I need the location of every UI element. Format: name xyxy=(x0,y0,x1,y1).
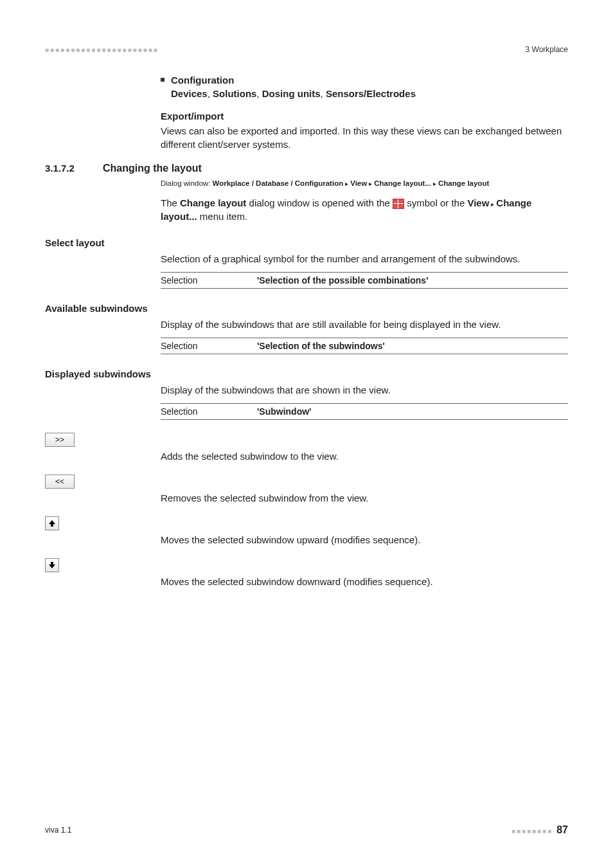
selection-label: Selection xyxy=(161,341,257,351)
selection-label: Selection xyxy=(161,406,257,417)
config-part-devices: Devices xyxy=(171,88,208,99)
selection-value: 'Subwindow' xyxy=(257,406,311,417)
add-row: >> Adds the selected subwindow to the vi… xyxy=(45,433,568,462)
config-bullet: Configuration Devices, Solutions, Dosing… xyxy=(161,73,568,100)
triangle-icon xyxy=(343,179,350,187)
move-up-button[interactable] xyxy=(45,516,59,530)
remove-button[interactable]: << xyxy=(45,475,75,489)
footer-left: viva 1.1 xyxy=(45,826,71,835)
remove-desc-wrap: Removes the selected subwindow from the … xyxy=(161,475,369,503)
move-down-button[interactable] xyxy=(45,558,59,572)
section-title: Changing the layout xyxy=(103,163,202,174)
button-col xyxy=(45,558,77,572)
add-desc-wrap: Adds the selected subwindow to the view. xyxy=(161,433,339,462)
footer-right: ■■■■■■■■87 xyxy=(511,824,568,836)
export-text: Views can also be exported and imported.… xyxy=(161,124,568,151)
arrow-up-icon xyxy=(48,520,56,527)
add-button[interactable]: >> xyxy=(45,433,75,447)
select-layout-heading: Select layout xyxy=(45,237,568,248)
available-table: Selection 'Selection of the subwindows' xyxy=(161,338,568,354)
available-block: Display of the subwindows that are still… xyxy=(161,318,568,354)
config-subline: Devices, Solutions, Dosing units, Sensor… xyxy=(171,87,416,100)
arrow-down-icon xyxy=(48,561,56,569)
config-title: Configuration xyxy=(171,73,416,87)
triangle-icon xyxy=(431,179,438,187)
open-t2: dialog window is opened with the xyxy=(246,197,393,208)
down-desc-wrap: Moves the selected subwindow downward (m… xyxy=(161,558,433,587)
open-b1: Change layout xyxy=(180,197,246,208)
section-header: 3.1.7.2 Changing the layout xyxy=(45,163,568,174)
displayed-text: Display of the subwindows that are shown… xyxy=(161,383,568,397)
displayed-heading: Displayed subwindows xyxy=(45,368,568,379)
open-t3: symbol or the xyxy=(404,197,467,208)
footer-dots: ■■■■■■■■ xyxy=(511,827,553,835)
select-layout-block: Selection of a graphical symbol for the … xyxy=(161,252,568,289)
selection-value: 'Selection of the possible combinations' xyxy=(257,275,428,285)
open-t4: menu item. xyxy=(197,211,247,222)
remove-desc: Removes the selected subwindow from the … xyxy=(161,493,369,503)
change-layout-icon xyxy=(393,199,404,209)
add-desc: Adds the selected subwindow to the view. xyxy=(161,451,339,462)
header-bar: ■■■■■■■■■■■■■■■■■■■■■■ 3 Workplace xyxy=(45,45,568,54)
up-desc-wrap: Moves the selected subwindow upward (mod… xyxy=(161,516,420,545)
up-row: Moves the selected subwindow upward (mod… xyxy=(45,516,568,545)
footer: viva 1.1 ■■■■■■■■87 xyxy=(45,824,568,836)
selection-label: Selection xyxy=(161,275,257,285)
triangle-icon xyxy=(367,179,374,187)
open-t1: The xyxy=(161,197,180,208)
config-part-sensors: Sensors/Electrodes xyxy=(326,88,416,99)
down-desc: Moves the selected subwindow downward (m… xyxy=(161,576,433,587)
triangle-icon xyxy=(489,197,496,208)
selection-value: 'Selection of the subwindows' xyxy=(257,341,385,351)
page-number: 87 xyxy=(556,824,568,835)
path-part-c: Change layout... xyxy=(374,179,431,187)
down-row: Moves the selected subwindow downward (m… xyxy=(45,558,568,587)
button-col: >> xyxy=(45,433,77,447)
header-chapter: 3 Workplace xyxy=(526,45,568,54)
export-heading: Export/import xyxy=(161,111,568,122)
dialog-path: Dialog window: Workplace / Database / Co… xyxy=(161,178,568,188)
path-part-a: Workplace / Database / Configuration xyxy=(213,179,344,187)
up-desc: Moves the selected subwindow upward (mod… xyxy=(161,534,420,545)
config-part-solutions: Solutions xyxy=(213,88,256,99)
dialog-prefix: Dialog window: xyxy=(161,179,213,187)
path-part-d: Change layout xyxy=(438,179,489,187)
displayed-block: Display of the subwindows that are shown… xyxy=(161,383,568,420)
config-part-dosing: Dosing units xyxy=(262,88,321,99)
section-number: 3.1.7.2 xyxy=(45,163,103,174)
remove-row: << Removes the selected subwindow from t… xyxy=(45,475,568,503)
open-b2: View xyxy=(467,197,489,208)
config-text: Configuration Devices, Solutions, Dosing… xyxy=(171,73,416,100)
select-layout-text: Selection of a graphical symbol for the … xyxy=(161,252,568,266)
open-text: The Change layout dialog window is opene… xyxy=(161,196,568,223)
select-layout-table: Selection 'Selection of the possible com… xyxy=(161,272,568,289)
bullet-icon xyxy=(161,78,164,82)
available-heading: Available subwindows xyxy=(45,303,568,314)
section-body: Dialog window: Workplace / Database / Co… xyxy=(161,178,568,223)
header-dots: ■■■■■■■■■■■■■■■■■■■■■■ xyxy=(45,46,159,53)
available-text: Display of the subwindows that are still… xyxy=(161,318,568,331)
button-col: << xyxy=(45,475,77,489)
displayed-table: Selection 'Subwindow' xyxy=(161,403,568,420)
path-part-b: View xyxy=(350,179,367,187)
body-content: Configuration Devices, Solutions, Dosing… xyxy=(161,73,568,151)
page: ■■■■■■■■■■■■■■■■■■■■■■ 3 Workplace Confi… xyxy=(0,0,613,868)
button-col xyxy=(45,516,77,530)
